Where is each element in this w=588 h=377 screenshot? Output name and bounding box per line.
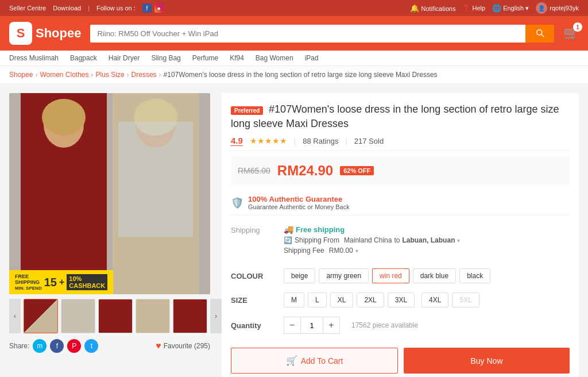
price-row: RM65.00 RM24.90 62% OFF: [231, 156, 570, 186]
facebook-icon[interactable]: f: [142, 3, 152, 13]
seller-centre-link[interactable]: Seller Centre: [9, 5, 46, 11]
search-input[interactable]: [90, 25, 525, 43]
thumbnail-5[interactable]: [173, 299, 207, 333]
share-row: Share: m f P t ♥ Favourite (295): [9, 339, 210, 353]
size-m[interactable]: M: [284, 293, 304, 307]
breadcrumb-dresses[interactable]: Dresses: [131, 71, 157, 79]
top-bar-right: 🔔 Notifications ❓ Help 🌐 English ▾ 👤 rqo…: [410, 2, 579, 14]
thumbnail-strip: ‹ ›: [9, 299, 210, 333]
quantity-decrease-button[interactable]: −: [284, 317, 300, 333]
quantity-label: Quantity: [231, 321, 277, 330]
quantity-controls: − +: [284, 317, 340, 334]
chevron-down-icon-fee[interactable]: ▾: [355, 248, 358, 254]
top-bar: Seller Centre Download | Follow us on : …: [0, 0, 588, 16]
shipping-origin: Mainland China: [344, 236, 392, 244]
messenger-share-button[interactable]: m: [33, 339, 47, 353]
language-selector[interactable]: 🌐 English ▾: [492, 4, 529, 13]
quantity-available: 17562 piece available: [351, 321, 418, 329]
add-to-cart-button[interactable]: 🛒 Add To Cart: [231, 348, 398, 374]
size-xl[interactable]: XL: [330, 293, 354, 307]
share-group: Share: m f P t: [9, 339, 98, 353]
thumb-next-button[interactable]: ›: [210, 299, 222, 333]
free-shipping-text: FREESHIPPINGMIN. SPEND: [15, 274, 42, 291]
colour-win-red[interactable]: win red: [372, 268, 409, 283]
help-link[interactable]: ❓ Help: [462, 5, 485, 12]
thumbnail-4[interactable]: [136, 299, 170, 333]
nav-bagpack[interactable]: Bagpack: [70, 54, 97, 62]
size-2xl[interactable]: 2XL: [357, 293, 384, 307]
nav-sling-bag[interactable]: Sling Bag: [151, 54, 180, 62]
breadcrumb-plus-size[interactable]: Plus Size: [96, 71, 125, 79]
thumbnail-3[interactable]: [98, 299, 133, 333]
breadcrumb-shopee[interactable]: Shopee: [9, 71, 33, 79]
logo-bag-icon: S: [9, 22, 32, 45]
colour-label: COLOUR: [231, 268, 277, 280]
size-l[interactable]: L: [308, 293, 327, 307]
add-to-cart-label: Add To Cart: [301, 356, 343, 366]
thumbnail-1[interactable]: [24, 299, 58, 333]
shipping-section: Shipping 🚚 Free shipping 🔄 Shipping From…: [231, 221, 570, 258]
follow-us-label: Follow us on :: [96, 5, 136, 11]
download-link[interactable]: Download: [53, 5, 81, 11]
favourite-label: Favourite (295): [164, 342, 210, 350]
search-bar: [90, 25, 554, 43]
notifications-link[interactable]: 🔔 Notifications: [410, 4, 455, 13]
nav-bag-women[interactable]: Bag Women: [256, 54, 293, 62]
colour-black[interactable]: black: [459, 268, 490, 283]
shipping-fee-value: RM0.00: [329, 247, 353, 255]
favourite-button[interactable]: ♥ Favourite (295): [156, 341, 210, 351]
shipping-details: 🚚 Free shipping 🔄 Shipping From Mainland…: [284, 225, 570, 255]
size-option-row: SIZE M L XL 2XL 3XL 4XL 5XL: [231, 288, 570, 312]
shipping-destination: Labuan, Labuan: [402, 236, 455, 244]
logo[interactable]: S Shopee: [9, 22, 81, 45]
cart-button[interactable]: 🛒 1: [563, 26, 579, 41]
nav-perfume[interactable]: Perfume: [192, 54, 218, 62]
svg-rect-7: [118, 122, 193, 237]
user-avatar-icon: 👤: [536, 2, 547, 14]
search-icon: [535, 28, 545, 38]
chevron-down-icon: ▾: [525, 5, 529, 12]
logo-text: Shopee: [36, 26, 81, 41]
nav-dress-muslimah[interactable]: Dress Muslimah: [9, 54, 59, 62]
colour-dark-blue[interactable]: dark blue: [413, 268, 456, 283]
breadcrumb-women-clothes[interactable]: Women Clothes: [40, 71, 88, 79]
thumbnail-2[interactable]: [61, 299, 95, 333]
rating-sep-2: |: [345, 137, 347, 145]
shipping-from-label: Shipping From: [295, 236, 339, 244]
rating-sep-1: |: [294, 137, 296, 145]
colour-buttons: beige army green win red dark blue black: [284, 268, 490, 283]
facebook-share-button[interactable]: f: [50, 339, 64, 353]
product-title-row: Preferred #107Women's loose dress in the…: [231, 102, 570, 131]
instagram-icon[interactable]: ●: [154, 3, 164, 13]
product-info: Preferred #107Women's loose dress in the…: [222, 93, 579, 377]
chevron-down-icon[interactable]: ▾: [457, 237, 460, 244]
thumb-prev-button[interactable]: ‹: [9, 299, 21, 333]
original-price: RM65.00: [238, 166, 270, 175]
badge-15: 15: [44, 276, 57, 289]
size-5xl[interactable]: 5XL: [452, 293, 479, 307]
twitter-share-button[interactable]: t: [84, 339, 98, 353]
size-3xl[interactable]: 3XL: [388, 293, 415, 307]
colour-army-green[interactable]: army green: [319, 268, 369, 283]
size-4xl[interactable]: 4XL: [421, 293, 448, 307]
buy-now-button[interactable]: Buy Now: [404, 348, 570, 374]
guarantee-title: 100% Authentic Guarantee: [248, 195, 350, 203]
quantity-increase-button[interactable]: +: [323, 317, 339, 333]
nav-hair-dryer[interactable]: Hair Dryer: [109, 54, 140, 62]
nav-kf94[interactable]: Kf94: [230, 54, 244, 62]
size-label: SIZE: [231, 293, 277, 305]
breadcrumb-current: #107Women's loose dress in the long sect…: [164, 71, 438, 79]
user-account[interactable]: 👤 rqotej93yk: [536, 2, 579, 14]
quantity-input[interactable]: [300, 317, 323, 333]
search-button[interactable]: [525, 25, 554, 43]
ratings-count: 88 Ratings: [303, 137, 338, 145]
free-shipping-badge: FREESHIPPINGMIN. SPEND 15 + 10%CASHBACK: [9, 270, 113, 294]
shipping-fee-label: Shipping Fee: [284, 247, 324, 255]
sale-price: RM24.90: [277, 163, 333, 179]
cart-badge: 1: [573, 22, 582, 32]
free-shipping-label: 🚚 Free shipping: [284, 225, 570, 234]
nav-ipad[interactable]: iPad: [305, 54, 319, 62]
colour-beige[interactable]: beige: [284, 268, 315, 283]
pinterest-share-button[interactable]: P: [67, 339, 81, 353]
shield-icon: 🛡️: [231, 197, 243, 209]
